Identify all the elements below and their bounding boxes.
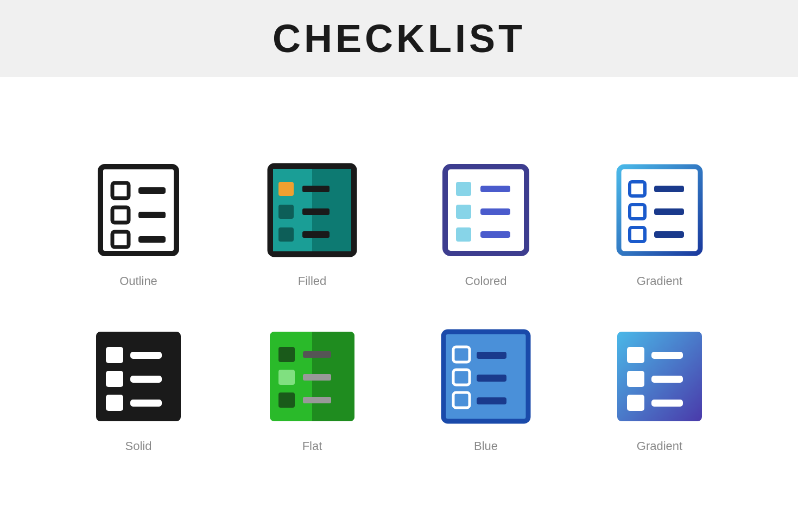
svg-rect-47 [303, 397, 331, 403]
svg-rect-59 [627, 371, 644, 387]
svg-rect-14 [302, 208, 330, 215]
svg-rect-46 [278, 392, 295, 408]
solid-label: Solid [125, 439, 152, 453]
svg-rect-2 [138, 187, 166, 194]
svg-rect-29 [654, 208, 684, 215]
svg-rect-42 [278, 347, 295, 362]
icon-item-colored: Colored [421, 156, 551, 288]
filled-icon [258, 156, 366, 264]
icon-item-gradient-bottom: Gradient [594, 321, 725, 453]
svg-rect-20 [480, 186, 510, 192]
icon-item-filled: Filled [247, 156, 377, 288]
svg-rect-45 [303, 374, 331, 381]
icon-item-flat: Flat [247, 321, 377, 453]
svg-rect-4 [138, 212, 166, 218]
svg-rect-51 [477, 352, 506, 359]
svg-rect-44 [278, 370, 295, 385]
svg-rect-33 [106, 347, 123, 363]
icon-item-gradient-top: Gradient [594, 156, 725, 288]
flat-icon [258, 321, 366, 429]
icon-item-blue: Blue [421, 321, 551, 453]
svg-rect-37 [106, 395, 123, 411]
svg-rect-16 [302, 231, 330, 238]
svg-rect-27 [654, 186, 684, 192]
blue-icon [432, 321, 540, 429]
colored-label: Colored [465, 274, 506, 288]
gradient-bottom-icon [605, 321, 714, 429]
svg-rect-11 [278, 182, 294, 196]
svg-rect-1 [112, 183, 129, 198]
outline-label: Outline [119, 274, 157, 288]
svg-rect-60 [651, 376, 683, 383]
svg-rect-43 [303, 351, 331, 358]
svg-rect-6 [138, 236, 166, 243]
outline-icon [84, 156, 193, 264]
svg-rect-34 [130, 352, 162, 359]
svg-rect-24 [480, 231, 510, 238]
svg-rect-13 [278, 205, 294, 219]
svg-rect-3 [112, 207, 129, 223]
svg-rect-61 [627, 395, 644, 411]
blue-label: Blue [474, 439, 498, 453]
svg-rect-31 [654, 231, 684, 238]
icon-item-solid: Solid [73, 321, 204, 453]
svg-rect-38 [130, 400, 162, 407]
svg-rect-36 [130, 376, 162, 383]
svg-rect-22 [480, 208, 510, 215]
svg-rect-12 [302, 186, 330, 192]
solid-icon [84, 321, 193, 429]
svg-rect-21 [456, 205, 471, 219]
main-content: Outline [0, 77, 798, 532]
icon-item-outline: Outline [73, 156, 204, 288]
filled-label: Filled [298, 274, 327, 288]
svg-rect-53 [477, 375, 506, 382]
gradient-top-label: Gradient [637, 274, 682, 288]
svg-rect-5 [112, 232, 129, 247]
svg-rect-35 [106, 371, 123, 387]
svg-rect-15 [278, 227, 294, 242]
gradient-bottom-label: Gradient [637, 439, 682, 453]
svg-rect-23 [456, 227, 471, 242]
page-header: CHECKLIST [0, 0, 798, 77]
flat-label: Flat [302, 439, 322, 453]
icons-grid: Outline [73, 156, 725, 453]
svg-rect-62 [651, 400, 683, 407]
page-title: CHECKLIST [0, 16, 798, 61]
gradient-top-icon [605, 156, 714, 264]
svg-rect-57 [627, 347, 644, 363]
svg-rect-55 [477, 397, 506, 404]
svg-rect-19 [456, 182, 471, 196]
svg-rect-58 [651, 352, 683, 359]
colored-icon [432, 156, 540, 264]
